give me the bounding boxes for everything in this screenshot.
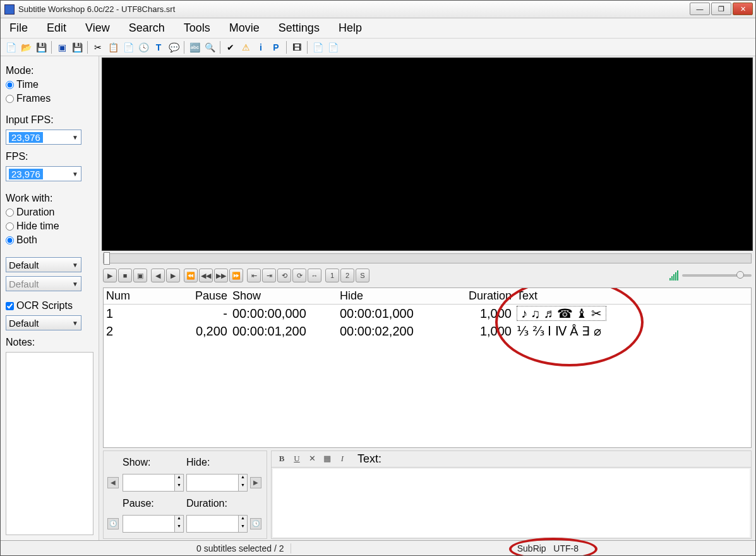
open-icon[interactable]: 📂 [20, 41, 32, 54]
titlebar: Subtitle Workshop 6.0c/22 - UTF8Chars.sr… [1, 1, 755, 18]
menu-settings[interactable]: Settings [275, 20, 323, 36]
search-icon[interactable]: 🔍 [203, 41, 216, 54]
warning-icon[interactable]: ⚠ [239, 41, 252, 54]
ww-both-radio[interactable] [6, 236, 14, 245]
col-hide[interactable]: Hide [340, 289, 460, 303]
ocr-combo-value: Default [9, 318, 39, 329]
duration-input[interactable]: ▲▼ [186, 515, 248, 533]
table-row[interactable]: 1 - 00:00:00,000 00:00:01,000 1,000 ♪ ♫ … [104, 305, 751, 322]
sync-button[interactable]: ↔ [308, 269, 321, 282]
back-button[interactable]: ◀◀ [199, 269, 213, 282]
ww-duration-label: Duration [16, 207, 54, 218]
hide-input[interactable]: ▲▼ [186, 474, 248, 492]
style-combo-2[interactable]: Default▼ [6, 276, 81, 291]
chevron-down-icon: ▼ [72, 171, 78, 178]
underline-button[interactable]: U [291, 453, 303, 466]
btn-2[interactable]: 2 [340, 269, 354, 282]
doc2-icon[interactable]: 📄 [327, 41, 339, 54]
timeline-slider[interactable] [103, 253, 752, 263]
ocr-combo[interactable]: Default▼ [6, 315, 81, 330]
prev-button[interactable]: ◀ [151, 269, 165, 282]
status-format: SubRip [517, 543, 546, 553]
col-duration[interactable]: Duration [460, 289, 517, 303]
menu-help[interactable]: Help [335, 20, 366, 36]
mark-a-button[interactable]: ⟲ [277, 269, 291, 282]
maximize-button[interactable]: ❐ [711, 3, 731, 15]
style-combo-1[interactable]: Default▼ [6, 257, 81, 272]
clear-button[interactable]: ✕ [306, 453, 318, 466]
set-end-button[interactable]: ⇥ [262, 269, 276, 282]
combo1-value: Default [9, 260, 39, 270]
show-input[interactable]: ▲▼ [123, 474, 184, 492]
subtitle-grid[interactable]: Num Pause Show Hide Duration Text 1 - 00… [103, 287, 752, 448]
volume-meter-icon [669, 270, 678, 281]
next-button[interactable]: ▶ [166, 269, 180, 282]
clock2-icon[interactable]: 🕓 [250, 518, 261, 529]
timeline-thumb[interactable] [104, 252, 110, 265]
fps-select[interactable]: 23,976▼ [6, 166, 81, 181]
window-title: Subtitle Workshop 6.0c/22 - UTF8Chars.sr… [18, 4, 175, 14]
menu-view[interactable]: View [81, 20, 114, 36]
notes-textarea[interactable] [6, 352, 93, 535]
minimize-button[interactable]: — [690, 3, 710, 15]
rew-button[interactable]: ⏪ [184, 269, 198, 282]
stop-button[interactable]: ■ [118, 269, 132, 282]
cut-icon[interactable]: ✂ [92, 41, 104, 54]
mode-frames-radio[interactable] [6, 95, 14, 103]
status-selection: 0 subtitles selected / 2 [190, 543, 291, 553]
color-button[interactable]: ▦ [321, 453, 333, 466]
translate-icon[interactable]: 🔤 [188, 41, 201, 54]
input-fps-select[interactable]: 23,976▼ [6, 130, 81, 145]
doc1-icon[interactable]: 📄 [311, 41, 324, 54]
cell-duration: 1,000 [460, 306, 517, 321]
mode-time-radio[interactable] [6, 81, 14, 89]
clock1-icon[interactable]: 🕓 [107, 518, 119, 529]
volume-slider[interactable] [682, 274, 752, 277]
menu-file[interactable]: File [6, 20, 32, 36]
translation-icon[interactable]: ▣ [56, 41, 68, 54]
col-text[interactable]: Text [517, 289, 748, 303]
italic-button[interactable]: I [336, 453, 349, 466]
play-button[interactable]: ▶ [103, 269, 117, 282]
chat-icon[interactable]: 💬 [167, 41, 180, 54]
menu-movie[interactable]: Movie [225, 20, 263, 36]
ff-button[interactable]: ⏩ [229, 269, 243, 282]
pascal-icon[interactable]: P [270, 41, 282, 54]
menu-search[interactable]: Search [125, 20, 169, 36]
btn-1[interactable]: 1 [325, 269, 339, 282]
prev-sub-button[interactable]: ◀ [107, 477, 119, 488]
col-show[interactable]: Show [232, 289, 340, 303]
table-row[interactable]: 2 0,200 00:00:01,200 00:00:02,200 1,000 … [104, 322, 751, 340]
close-button[interactable]: ✕ [733, 3, 753, 15]
bold-button[interactable]: B [275, 453, 288, 466]
save2-icon[interactable]: 💾 [71, 41, 83, 54]
screenshot-button[interactable]: ▣ [133, 269, 147, 282]
text-icon[interactable]: T [152, 41, 165, 54]
film-icon[interactable]: 🎞 [291, 41, 303, 54]
ww-duration-radio[interactable] [6, 208, 14, 217]
copy-icon[interactable]: 📋 [107, 41, 119, 54]
fwd-button[interactable]: ▶▶ [214, 269, 228, 282]
btn-s[interactable]: S [356, 269, 369, 282]
video-preview[interactable] [102, 57, 753, 251]
col-num[interactable]: Num [106, 289, 163, 303]
pause-input[interactable]: ▲▼ [123, 515, 184, 533]
clock-icon[interactable]: 🕓 [137, 41, 150, 54]
chevron-down-icon: ▼ [72, 281, 78, 287]
menu-tools[interactable]: Tools [180, 20, 214, 36]
text-panel: B U ✕ ▦ I Text: [271, 450, 752, 539]
spellcheck-icon[interactable]: ✔ [224, 41, 237, 54]
next-sub-button[interactable]: ▶ [250, 477, 261, 488]
set-start-button[interactable]: ⇤ [247, 269, 261, 282]
save-icon[interactable]: 💾 [35, 41, 47, 54]
ocr-checkbox[interactable] [6, 302, 14, 310]
menu-edit[interactable]: Edit [43, 20, 70, 36]
ww-hide-radio[interactable] [6, 222, 14, 231]
col-pause[interactable]: Pause [163, 289, 232, 303]
mark-b-button[interactable]: ⟳ [292, 269, 306, 282]
new-icon[interactable]: 📄 [4, 41, 17, 54]
info-icon[interactable]: i [255, 41, 267, 54]
paste-icon[interactable]: 📄 [122, 41, 135, 54]
volume-knob[interactable] [736, 271, 744, 279]
subtitle-text-input[interactable] [273, 469, 750, 537]
